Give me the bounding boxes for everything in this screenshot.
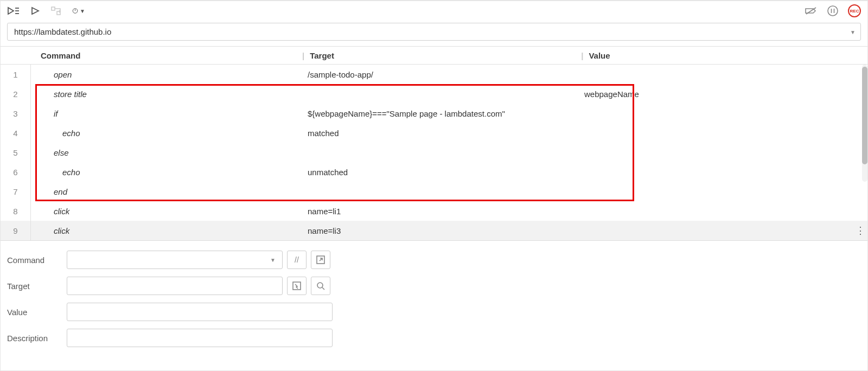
target-input[interactable] — [67, 277, 283, 295]
row-number: 5 — [1, 143, 31, 162]
row-number: 4 — [1, 123, 31, 143]
cell-target: matched — [308, 129, 579, 138]
command-select[interactable]: ▼ — [67, 251, 283, 269]
table-row[interactable]: 4echo matched — [1, 123, 867, 143]
row-number: 8 — [1, 201, 31, 221]
base-url-input[interactable] — [7, 23, 861, 41]
table-row[interactable]: 7end — [1, 182, 867, 201]
row-menu-icon[interactable]: ⋮ — [856, 225, 867, 236]
table-row[interactable]: 9click name=li3 ⋮ — [1, 221, 867, 240]
find-target-button[interactable] — [311, 277, 330, 295]
cell-target: name=li3 — [308, 226, 579, 235]
row-number: 2 — [1, 84, 31, 104]
speed-icon[interactable]: ▼ — [72, 4, 85, 17]
editor-panel: Command ▼ // Target — [1, 240, 867, 359]
table-row[interactable]: 8click name=li1 — [1, 201, 867, 221]
cell-command: store title — [31, 89, 302, 99]
header-value: Value — [589, 51, 867, 60]
record-button[interactable]: REC — [848, 4, 861, 17]
cell-command: if — [31, 109, 302, 118]
svg-point-10 — [828, 6, 838, 16]
svg-point-15 — [317, 283, 323, 288]
row-number: 7 — [1, 182, 31, 201]
command-grid: 1open /sample-todo-app/ 2store title web… — [1, 65, 867, 240]
editor-label-target: Target — [7, 282, 67, 291]
row-number: 3 — [1, 104, 31, 123]
column-resizer[interactable]: | — [302, 51, 310, 60]
value-input[interactable] — [67, 303, 333, 321]
cell-command: echo — [31, 129, 302, 138]
chevron-down-icon: ▼ — [80, 8, 85, 14]
pause-icon[interactable] — [826, 4, 839, 17]
select-target-button[interactable] — [287, 277, 307, 295]
header-target: Target — [310, 51, 581, 60]
row-number: 9 — [1, 221, 31, 240]
cell-command: end — [31, 187, 302, 196]
run-all-icon[interactable] — [7, 4, 20, 17]
toolbar: ▼ REC — [1, 1, 867, 23]
url-bar-row: ▼ — [1, 23, 867, 46]
cell-target: /sample-todo-app/ — [308, 70, 579, 79]
cell-command: click — [31, 226, 302, 235]
run-icon[interactable] — [29, 4, 42, 17]
open-reference-button[interactable] — [311, 251, 330, 269]
svg-marker-4 — [32, 8, 39, 14]
cell-command: open — [31, 70, 302, 79]
table-row[interactable]: 2store title webpageName — [1, 84, 867, 104]
disable-breakpoints-icon[interactable] — [805, 4, 818, 17]
description-input[interactable] — [67, 329, 333, 347]
table-row[interactable]: 5else — [1, 143, 867, 162]
editor-label-description: Description — [7, 334, 67, 343]
svg-rect-5 — [52, 7, 55, 10]
cell-target: unmatched — [308, 168, 579, 177]
cell-target: name=li1 — [308, 207, 579, 216]
grid-header: Command | Target | Value — [1, 46, 867, 65]
row-number: 1 — [1, 65, 31, 84]
cell-target: ${webpageName}==="Sample page - lambdate… — [308, 109, 579, 118]
chevron-down-icon: ▼ — [270, 257, 276, 263]
svg-marker-0 — [8, 8, 14, 14]
table-row[interactable]: 6echo unmatched — [1, 162, 867, 182]
scrollbar[interactable] — [862, 65, 867, 182]
column-resizer[interactable]: | — [581, 51, 589, 60]
cell-command: click — [31, 207, 302, 216]
header-command: Command — [31, 51, 302, 60]
cell-command: else — [31, 148, 302, 157]
cell-command: echo — [31, 168, 302, 177]
chevron-down-icon[interactable]: ▼ — [850, 29, 856, 35]
svg-line-16 — [322, 287, 324, 290]
step-icon[interactable] — [50, 4, 63, 17]
cell-value: webpageName — [584, 89, 867, 99]
table-row[interactable]: 3if ${webpageName}==="Sample page - lamb… — [1, 104, 867, 123]
table-row[interactable]: 1open /sample-todo-app/ — [1, 65, 867, 84]
editor-label-command: Command — [7, 255, 67, 265]
toggle-comment-button[interactable]: // — [287, 251, 307, 269]
row-number: 6 — [1, 162, 31, 182]
editor-label-value: Value — [7, 308, 67, 317]
